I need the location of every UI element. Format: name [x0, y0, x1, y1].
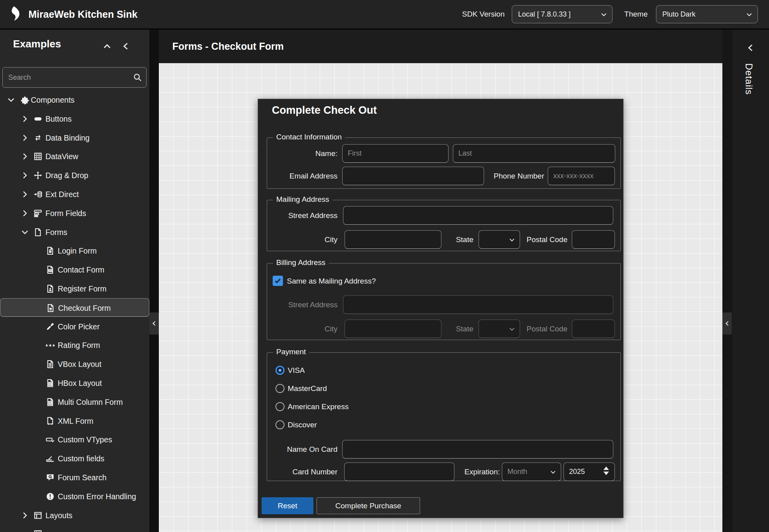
chevron-right-icon[interactable]	[21, 209, 29, 218]
sidebar-item-custom-vtypes[interactable]: Custom VTypes	[0, 430, 149, 449]
field-check-icon	[46, 435, 55, 444]
chevron-right-icon[interactable]	[21, 511, 29, 520]
sidebar-item-hbox-layout[interactable]: HBox Layout	[0, 374, 149, 393]
sidebar-item-label: Checkout Form	[58, 299, 111, 318]
sidebar-item-checkout-form[interactable]: Checkout Form	[0, 298, 149, 317]
chevron-right-icon[interactable]	[21, 152, 29, 161]
sidebar-item-form-fields[interactable]: Form Fields	[0, 204, 149, 223]
sidebar-item-label: XML Form	[58, 412, 93, 430]
chevron-right-icon[interactable]	[21, 190, 29, 199]
sidebar-item-ext-direct[interactable]: Ext Direct	[0, 185, 149, 204]
sidebar-item-data-binding[interactable]: Data Binding	[0, 128, 149, 147]
payment-radio-visa[interactable]	[275, 366, 285, 375]
details-expand-handle[interactable]	[722, 312, 732, 335]
payment-radio-discover[interactable]	[275, 420, 285, 429]
name-on-card-input[interactable]	[342, 440, 613, 459]
sidebar-item-login-form[interactable]: Login Form	[0, 241, 149, 260]
sidebar-item-partial[interactable]	[0, 524, 149, 532]
sidebar-item-custom-error-handling[interactable]: Custom Error Handling	[0, 487, 149, 506]
doc-xml-icon	[46, 417, 55, 425]
left-splitter[interactable]	[149, 30, 159, 532]
card-number-input[interactable]	[344, 462, 454, 481]
complete-purchase-button[interactable]: Complete Purchase	[317, 497, 420, 514]
mailing-street-input[interactable]	[343, 206, 613, 225]
payment-radio-mastercard[interactable]	[275, 384, 285, 393]
reset-button[interactable]: Reset	[262, 497, 313, 514]
sidebar-item-register-form[interactable]: Register Form	[0, 279, 149, 298]
sidebar-item-label: Color Picker	[58, 317, 100, 336]
expiration-year-spinner[interactable]: 2025	[564, 462, 615, 481]
payment-fieldset: Payment VISAMasterCardAmerican ExpressDi…	[267, 352, 621, 481]
theme-value: Pluto Dark	[662, 10, 695, 18]
sidebar-item-forum-search[interactable]: Forum Search	[0, 468, 149, 487]
mailing-postal-input[interactable]	[572, 230, 615, 249]
data-binding-icon	[34, 133, 42, 142]
layout-icon	[34, 511, 42, 520]
contact-information-fieldset: Contact Information Name: Email Address …	[267, 137, 621, 189]
doc-mail-icon	[46, 265, 55, 274]
details-tab-label[interactable]: Details	[743, 63, 754, 95]
first-name-input[interactable]	[342, 144, 449, 163]
email-input[interactable]	[342, 167, 484, 185]
last-name-input[interactable]	[453, 144, 615, 163]
stars-icon: ★★★	[46, 341, 55, 350]
sidebar-item-label: Buttons	[45, 109, 72, 128]
chevron-left-icon[interactable]	[745, 43, 756, 53]
chevron-right-icon[interactable]	[21, 171, 29, 180]
examples-tree: ComponentsButtonsData BindingDataViewDra…	[0, 30, 149, 532]
spinner-up-icon[interactable]	[603, 466, 609, 470]
sidebar-item-label: VBox Layout	[58, 355, 102, 374]
sidebar-item-buttons[interactable]: Buttons	[0, 109, 149, 128]
sidebar-item-vbox-layout[interactable]: VBox Layout	[0, 355, 149, 374]
doc-icon	[34, 530, 42, 532]
top-bar: MiraeWeb Kitchen Sink SDK Version Local …	[0, 0, 769, 30]
sidebar-item-rating-form[interactable]: ★★★Rating Form	[0, 336, 149, 355]
data-binding-icon	[34, 133, 42, 142]
layout-icon	[34, 511, 42, 520]
payment-option-label[interactable]: VISA	[288, 366, 305, 375]
sidebar-item-label: Form Fields	[45, 204, 86, 223]
theme-select[interactable]: Pluto Dark	[656, 5, 758, 23]
chevron-down-icon[interactable]	[21, 228, 29, 237]
right-splitter[interactable]	[722, 30, 732, 532]
custom-field-icon	[46, 454, 55, 463]
sidebar-item-color-picker[interactable]: Color Picker	[0, 317, 149, 336]
chevron-right-icon[interactable]	[21, 115, 29, 123]
sidebar-item-label: Login Form	[58, 241, 97, 260]
billing-state-label: State	[426, 320, 473, 338]
same-as-mailing-checkbox[interactable]	[273, 276, 283, 286]
sidebar-item-dataview[interactable]: DataView	[0, 147, 149, 166]
sidebar-item-drag-drop[interactable]: Drag & Drop	[0, 166, 149, 185]
form-fields-icon	[34, 209, 42, 218]
sidebar-item-multi-column-form[interactable]: Multi Column Form	[0, 393, 149, 412]
move-icon	[34, 171, 42, 180]
doc-mail-icon	[46, 265, 55, 274]
chevron-right-icon[interactable]	[21, 133, 29, 142]
spinner-arrows-icon[interactable]	[603, 466, 610, 477]
expiration-month-select[interactable]: Month	[502, 462, 561, 481]
payment-option-label[interactable]: Discover	[288, 420, 317, 429]
sidebar-item-label: Ext Direct	[45, 185, 79, 204]
phone-input[interactable]	[548, 167, 615, 185]
sidebar-item-forms[interactable]: Forms	[0, 223, 149, 242]
chevron-down-icon	[550, 469, 556, 476]
doc-icon	[34, 228, 42, 237]
payment-radio-american-express[interactable]	[275, 402, 285, 411]
brand-logo-icon	[9, 6, 21, 23]
puzzle-icon	[21, 96, 29, 104]
sidebar-item-custom-fields[interactable]: Custom fields	[0, 449, 149, 468]
puzzle-icon	[21, 96, 29, 104]
payment-option-label[interactable]: American Express	[288, 402, 349, 411]
sidebar-item-contact-form[interactable]: Contact Form	[0, 260, 149, 279]
sidebar-item-xml-form[interactable]: XML Form	[0, 412, 149, 430]
error-icon	[46, 492, 55, 501]
chevron-down-icon[interactable]	[7, 96, 15, 104]
payment-option-label[interactable]: MasterCard	[288, 384, 327, 393]
doc-icon	[34, 228, 42, 237]
email-label: Email Address	[267, 167, 337, 185]
sidebar-item-layouts[interactable]: Layouts	[0, 506, 149, 525]
sidebar-item-components[interactable]: Components	[0, 90, 149, 109]
spinner-down-icon[interactable]	[603, 472, 609, 475]
sidebar-collapse-handle[interactable]	[149, 312, 159, 335]
state-label: State	[426, 230, 473, 249]
